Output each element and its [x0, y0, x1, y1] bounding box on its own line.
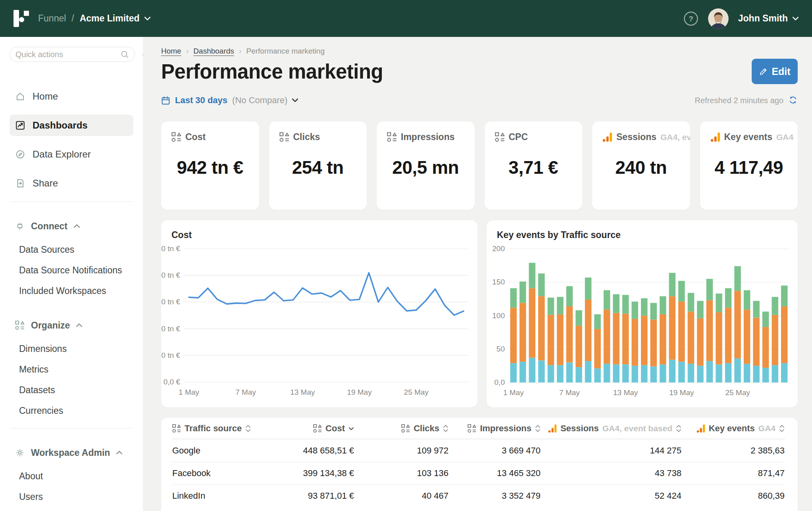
metric-shapes-icon — [313, 424, 322, 433]
svg-text:7 May: 7 May — [235, 388, 256, 396]
section-label: Workspace Admin — [31, 448, 110, 458]
kpi-card-clicks: Clicks 254 tn — [269, 121, 367, 210]
sort-both-icon — [535, 425, 541, 432]
dashboards-icon — [15, 120, 25, 131]
date-range-picker[interactable]: Last 30 days (No Compare) — [161, 95, 298, 106]
sort-both-icon — [676, 425, 681, 432]
value-cell: 52 424 — [541, 491, 681, 501]
sidebar-item-label: Dashboards — [33, 120, 88, 131]
svg-text:19 May: 19 May — [669, 388, 694, 397]
sidebar-item-share[interactable]: Share — [10, 173, 133, 194]
user-name: John Smith — [738, 13, 788, 24]
section-label: Connect — [31, 221, 67, 232]
metric-shapes-icon — [495, 132, 505, 142]
column-header-clicks[interactable]: Clicks — [354, 423, 448, 434]
sidebar-subitem-metrics[interactable]: Metrics — [10, 359, 133, 380]
sidebar-divider — [10, 428, 133, 428]
sidebar-item-home[interactable]: Home — [10, 86, 133, 107]
value-cell: 860,39 — [681, 491, 785, 501]
share-icon — [15, 178, 25, 188]
compare-value: (No Compare) — [232, 95, 287, 106]
pencil-icon — [759, 67, 767, 76]
cost-line-chart[interactable]: 0,0 €10 tn €20 tn €30 tn €40 tn €50 tn €… — [161, 220, 477, 407]
metric-shapes-icon — [468, 424, 476, 433]
svg-text:30 tn €: 30 tn € — [161, 298, 180, 306]
sidebar-item-data-explorer[interactable]: Data Explorer — [10, 144, 133, 165]
sidebar-item-label: Data Explorer — [33, 149, 91, 160]
column-header-key-events[interactable]: Key events GA4 — [681, 423, 785, 434]
column-header-cost[interactable]: Cost — [267, 423, 354, 434]
user-menu[interactable]: John Smith — [738, 13, 799, 24]
google-analytics-icon — [602, 132, 612, 142]
column-label: Traffic source — [185, 423, 242, 434]
help-icon: ? — [683, 11, 698, 26]
sidebar-subitem-about[interactable]: About — [10, 466, 133, 486]
svg-text:200: 200 — [492, 244, 505, 253]
key-events-bar-chart[interactable]: 0,0501001502001 May7 May13 May19 May25 M… — [487, 220, 798, 407]
edit-button[interactable]: Edit — [752, 59, 798, 84]
avatar[interactable] — [708, 8, 729, 29]
table-body: Google448 658,51 €109 9723 669 470144 27… — [172, 439, 785, 507]
breadcrumb-separator: › — [186, 46, 189, 56]
svg-text:?: ? — [689, 15, 693, 23]
sidebar-subitem-currencies[interactable]: Currencies — [10, 400, 133, 421]
svg-text:1 May: 1 May — [179, 388, 199, 396]
sidebar-subitem-included-workspaces[interactable]: Included Workspaces — [10, 280, 133, 301]
column-qualifier: GA4 — [758, 424, 775, 433]
value-cell: 109 972 — [354, 446, 448, 456]
cost-chart-card: Cost 0,0 €10 tn €20 tn €30 tn €40 tn €50… — [161, 220, 477, 407]
sidebar-subitem-users[interactable]: Users — [10, 486, 133, 507]
kpi-row: Cost 942 tn € Clicks 254 tn Impressions … — [161, 121, 798, 210]
quick-actions-input[interactable] — [15, 50, 121, 59]
column-qualifier: GA4, event based — [602, 424, 672, 433]
plug-icon — [15, 221, 25, 231]
google-analytics-icon — [697, 424, 705, 433]
value-cell: 13 465 320 — [448, 468, 541, 478]
chevron-down-icon — [292, 98, 298, 102]
kpi-value: 942 tn € — [161, 157, 259, 178]
quick-actions-search[interactable] — [10, 47, 135, 62]
section-header-connect[interactable]: Connect — [10, 215, 133, 237]
section-header-workspace-admin[interactable]: Workspace Admin — [10, 442, 133, 463]
column-label: Key events — [709, 423, 755, 434]
sidebar-primary-nav: Home Dashboards Data Explorer Share — [10, 86, 133, 194]
svg-text:50 tn €: 50 tn € — [161, 244, 180, 253]
google-analytics-icon — [548, 424, 557, 433]
sidebar-subitem-data-sources[interactable]: Data Sources — [10, 239, 133, 260]
kpi-value: 20,5 mn — [377, 157, 475, 178]
svg-text:25 May: 25 May — [404, 388, 429, 396]
column-header-sessions[interactable]: Sessions GA4, event based — [541, 423, 681, 434]
key-events-chart-card: Key events by Traffic source 0,050100150… — [487, 220, 798, 407]
workspace-switcher[interactable]: Acme Limited — [80, 13, 150, 24]
kpi-card-sessions: Sessions GA4, eve 240 tn — [592, 121, 690, 210]
breadcrumb-dashboards-link[interactable]: Dashboards — [193, 47, 234, 56]
kpi-card-cpc: CPC 3,71 € — [485, 121, 583, 210]
svg-text:50: 50 — [496, 345, 505, 353]
calendar-icon — [161, 96, 170, 105]
kpi-qualifier: GA4 — [776, 133, 793, 142]
sidebar-divider — [10, 202, 133, 202]
sidebar-item-dashboards[interactable]: Dashboards — [10, 115, 133, 136]
kpi-label: Clicks — [293, 132, 320, 142]
cost-chart-title: Cost — [171, 230, 192, 240]
sidebar-subitem-data-source-notifications[interactable]: Data Source Notifications — [10, 260, 133, 280]
refresh-button[interactable] — [788, 96, 798, 105]
metric-shapes-icon — [279, 132, 289, 142]
sidebar-subitem-datasets[interactable]: Datasets — [10, 380, 133, 400]
refreshed-status: Refreshed 2 minutes ago — [695, 96, 783, 105]
svg-text:13 May: 13 May — [290, 388, 315, 396]
sidebar-subitem-dimensions[interactable]: Dimensions — [10, 338, 133, 359]
column-header-impressions[interactable]: Impressions — [448, 423, 541, 434]
metric-shapes-icon — [171, 132, 181, 142]
kpi-value: 240 tn — [592, 157, 690, 178]
traffic-source-cell: Facebook — [172, 468, 267, 478]
sort-both-icon — [443, 425, 448, 432]
column-header-traffic-source[interactable]: Traffic source — [172, 423, 267, 434]
edit-label: Edit — [772, 66, 790, 77]
kpi-label: Cost — [185, 132, 206, 142]
help-button[interactable]: ? — [683, 11, 698, 26]
breadcrumb-home-link[interactable]: Home — [161, 47, 181, 56]
section-header-organize[interactable]: Organize — [10, 315, 133, 336]
column-label: Clicks — [414, 423, 439, 434]
product-name: Funnel — [38, 13, 66, 24]
